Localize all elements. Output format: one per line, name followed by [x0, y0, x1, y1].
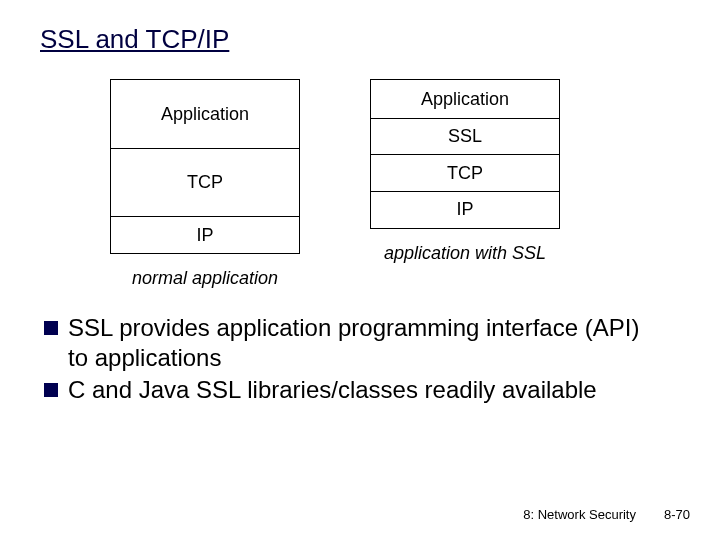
layer-box-tcp: TCP [370, 154, 560, 192]
layer-box-tcp: TCP [110, 148, 300, 218]
bullet-text: SSL provides application programming int… [68, 313, 660, 373]
layer-box-application: Application [370, 79, 560, 119]
slide-title: SSL and TCP/IP [40, 24, 680, 55]
layer-box-ip: IP [110, 216, 300, 254]
ssl-stack-caption: application with SSL [384, 243, 546, 264]
slide: SSL and TCP/IP Application TCP IP normal… [0, 0, 720, 540]
body-text: SSL provides application programming int… [44, 313, 660, 405]
normal-stack-caption: normal application [132, 268, 278, 289]
ssl-stack: Application SSL TCP IP application with … [370, 79, 560, 264]
footer-page: 8-70 [664, 507, 690, 522]
footer-chapter: 8: Network Security [523, 507, 636, 522]
square-bullet-icon [44, 383, 58, 397]
layer-box-application: Application [110, 79, 300, 149]
layer-box-ip: IP [370, 191, 560, 229]
protocol-stacks: Application TCP IP normal application Ap… [110, 79, 680, 289]
layer-box-ssl: SSL [370, 118, 560, 156]
square-bullet-icon [44, 321, 58, 335]
normal-stack: Application TCP IP normal application [110, 79, 300, 289]
slide-footer: 8: Network Security 8-70 [523, 507, 690, 522]
bullet-text: C and Java SSL libraries/classes readily… [68, 375, 660, 405]
bullet-item: SSL provides application programming int… [44, 313, 660, 373]
bullet-item: C and Java SSL libraries/classes readily… [44, 375, 660, 405]
